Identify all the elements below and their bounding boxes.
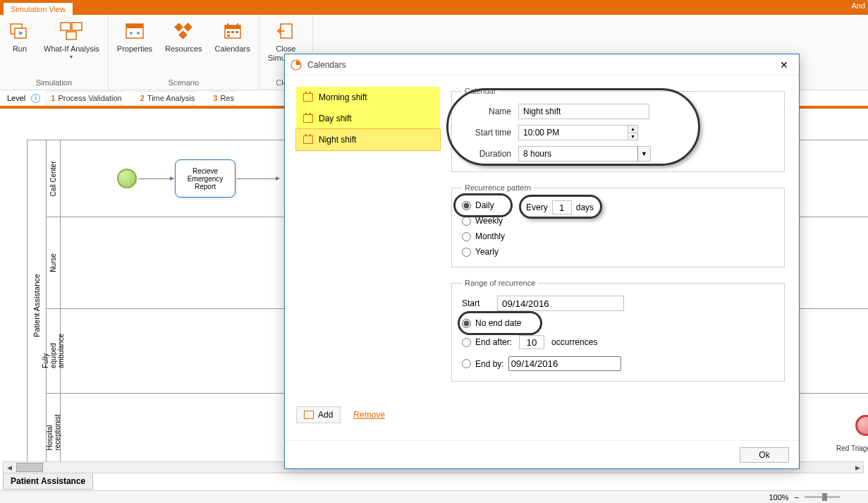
- resources-button[interactable]: Resources: [162, 19, 205, 55]
- svg-rect-18: [231, 31, 234, 33]
- lane1-title: Call Center: [49, 161, 57, 196]
- resources-icon: [172, 20, 195, 42]
- calendar-mini-icon: [303, 135, 313, 144]
- svg-rect-12: [178, 30, 188, 40]
- bc3-num: 3: [213, 94, 217, 102]
- starttime-down-icon[interactable]: ▼: [628, 133, 637, 140]
- task-receive-emergency-report[interactable]: Recieve Emergency Report: [175, 159, 236, 198]
- calendar-mini-icon: [303, 114, 313, 123]
- lane2-title: Nurse: [49, 253, 57, 272]
- duration-select[interactable]: 8 hours ▼: [518, 146, 651, 162]
- bc2-txt: Time Analysis: [147, 94, 195, 102]
- pattern-legend: Recurrence pattern: [462, 183, 534, 192]
- calendars-dialog: Calendars ✕ Morning shift Day shift Nigh…: [284, 54, 800, 469]
- close-simulation-icon: [274, 20, 297, 42]
- calendars-label: Calendars: [215, 44, 250, 54]
- radio-end-by[interactable]: [462, 359, 471, 368]
- name-label: Name: [462, 107, 511, 116]
- radio-daily[interactable]: [462, 201, 471, 210]
- starttime-label: Start time: [462, 128, 511, 138]
- scroll-right-icon[interactable]: ▶: [852, 462, 863, 473]
- zoom-out-icon[interactable]: −: [795, 493, 799, 502]
- svg-rect-7: [126, 24, 143, 28]
- duration-label: Duration: [462, 149, 511, 159]
- svg-point-9: [137, 32, 140, 35]
- level-label: Level: [7, 94, 25, 102]
- svg-rect-3: [61, 23, 71, 30]
- range-start-input[interactable]: [497, 296, 624, 311]
- dialog-titlebar: Calendars ✕: [285, 54, 799, 75]
- ribbon-group-scenario: Properties Resources Calendars Scenario: [109, 15, 259, 90]
- calendar-settings-panel: Calendar Name Start time ▲ ▼: [446, 75, 799, 440]
- remove-shift-link[interactable]: Remove: [353, 410, 385, 420]
- tab-simulation-view[interactable]: Simulation View: [3, 2, 73, 16]
- starttime-input[interactable]: [518, 125, 638, 140]
- end-after-label: End after:: [475, 337, 512, 347]
- whatif-dropdown-icon: ▾: [70, 54, 73, 60]
- document-tabs: Patient Assistance: [3, 473, 93, 490]
- sequence-flow-2: [237, 178, 279, 179]
- recurrence-pattern-fieldset: Recurrence pattern Daily Weekly Monthly …: [451, 183, 785, 267]
- run-icon: [8, 20, 31, 42]
- scroll-thumb[interactable]: [16, 463, 43, 472]
- document-tab-patient-assistance[interactable]: Patient Assistance: [3, 473, 93, 490]
- bc3-txt: Res: [220, 94, 234, 102]
- range-legend: Range of recurrence: [462, 279, 538, 287]
- calendar-fieldset: Calendar Name Start time ▲ ▼: [451, 87, 785, 172]
- range-start-label: Start: [462, 298, 490, 308]
- radio-end-after[interactable]: [462, 338, 471, 347]
- group-scenario-label: Scenario: [169, 78, 199, 88]
- radio-no-end[interactable]: [462, 319, 471, 328]
- calendars-icon: [221, 20, 244, 42]
- info-icon[interactable]: i: [31, 94, 40, 103]
- breadcrumb-step-3[interactable]: 3 Res: [208, 91, 242, 105]
- starttime-up-icon[interactable]: ▲: [628, 126, 637, 133]
- add-shift-button[interactable]: Add: [296, 406, 341, 423]
- svg-rect-10: [174, 23, 183, 32]
- every-n-input[interactable]: [552, 200, 572, 214]
- properties-label: Properties: [117, 44, 152, 54]
- svg-rect-4: [72, 23, 82, 30]
- breadcrumb-step-1[interactable]: 1 Process Validation: [46, 91, 129, 105]
- properties-icon: [123, 20, 146, 42]
- svg-point-8: [130, 32, 133, 35]
- scroll-left-icon[interactable]: ◀: [4, 462, 15, 473]
- calendar-mini-icon: [303, 93, 313, 102]
- days-label: days: [576, 202, 594, 212]
- occurrences-input[interactable]: [519, 335, 544, 349]
- monthly-label: Monthly: [475, 231, 505, 241]
- red-triage-label: Red Triage: [836, 444, 868, 452]
- radio-weekly[interactable]: [462, 217, 471, 226]
- end-by-input[interactable]: [508, 356, 621, 371]
- radio-monthly[interactable]: [462, 232, 471, 241]
- calendar-dialog-icon: [291, 59, 302, 71]
- properties-button[interactable]: Properties: [114, 19, 155, 55]
- run-label: Run: [13, 44, 27, 54]
- resources-label: Resources: [165, 44, 202, 54]
- shift-item-night[interactable]: Night shift: [296, 129, 440, 150]
- breadcrumb-step-2[interactable]: 2 Time Analysis: [135, 91, 203, 105]
- whatif-button[interactable]: What-If Analysis ▾: [41, 19, 102, 61]
- dialog-footer: Ok: [285, 440, 799, 468]
- name-input[interactable]: [518, 104, 649, 119]
- bc1-num: 1: [51, 94, 55, 102]
- app-tab-bar: Simulation View And: [0, 0, 868, 15]
- shift-item-day[interactable]: Day shift: [296, 108, 440, 129]
- daily-label: Daily: [475, 200, 494, 210]
- svg-rect-19: [236, 31, 238, 33]
- dialog-title: Calendars: [307, 60, 346, 70]
- zoom-slider[interactable]: [805, 496, 840, 498]
- calendar-add-icon: [304, 411, 314, 419]
- end-by-label: End by:: [475, 359, 504, 369]
- start-event[interactable]: [117, 169, 137, 188]
- dialog-close-button[interactable]: ✕: [775, 56, 793, 74]
- calendars-button[interactable]: Calendars: [212, 19, 253, 55]
- run-button[interactable]: Run: [6, 19, 34, 55]
- user-label-fragment: And: [851, 1, 865, 10]
- yearly-label: Yearly: [475, 247, 499, 257]
- duration-dropdown-icon[interactable]: ▼: [637, 147, 650, 161]
- radio-yearly[interactable]: [462, 248, 471, 257]
- shift-item-morning[interactable]: Morning shift: [296, 87, 440, 108]
- duration-value: 8 hours: [523, 149, 551, 159]
- ok-button[interactable]: Ok: [740, 447, 789, 463]
